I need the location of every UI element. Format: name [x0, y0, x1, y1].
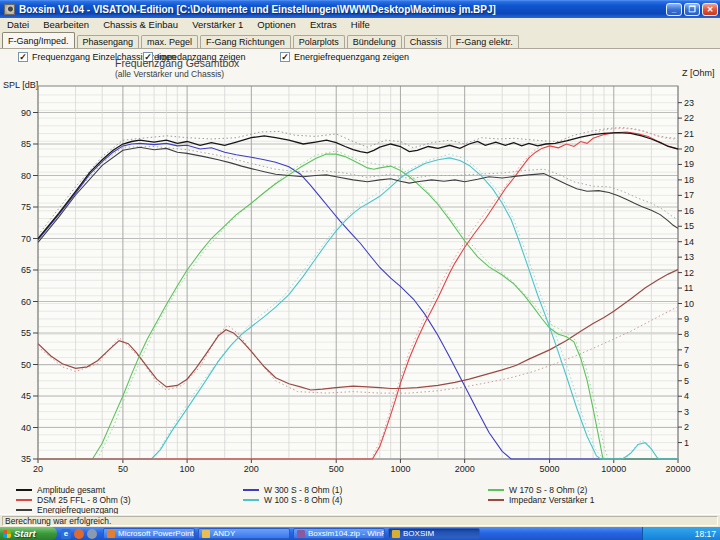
tab-bar: F-Gang/Imped.Phasengangmax. PegelF-Gang …: [0, 31, 720, 48]
legend-color-dash: [488, 489, 504, 491]
minimize-button[interactable]: _: [666, 3, 682, 16]
legend-color-dash: [16, 499, 32, 501]
windows-flag-icon: [3, 530, 11, 538]
svg-text:85: 85: [21, 139, 31, 149]
taskbar-button-boxsim[interactable]: BOXSIM: [388, 528, 480, 539]
boxsim-icon: [392, 530, 400, 538]
svg-text:200: 200: [244, 464, 259, 474]
show-desktop-icon[interactable]: [87, 529, 97, 539]
legend-item-dsm-25-ffl-8-ohm-3: DSM 25 FFL - 8 Ohm (3): [16, 495, 131, 504]
svg-text:80: 80: [21, 171, 31, 181]
legend-color-dash: [243, 499, 259, 501]
svg-text:70: 70: [21, 234, 31, 244]
start-button-label: Start: [14, 528, 36, 539]
legend-item-impedanz-verstärker-1: Impedanz Verstärker 1: [488, 495, 595, 504]
firefox-icon[interactable]: [74, 529, 84, 539]
svg-text:12: 12: [684, 268, 694, 278]
svg-text:65: 65: [21, 265, 31, 275]
tab-bündelung[interactable]: Bündelung: [347, 35, 402, 48]
svg-text:40: 40: [21, 423, 31, 433]
legend-label: Energiefrequenzgang: [37, 505, 118, 515]
svg-text:55: 55: [21, 328, 31, 338]
status-bar: Berechnung war erfolgreich.: [0, 514, 720, 527]
svg-text:3: 3: [684, 407, 689, 417]
taskbar: Start 18:17 eMicrosoft PowerPoint ...AND…: [0, 527, 720, 540]
menu-item-chassis-einbau[interactable]: Chassis & Einbau: [96, 19, 185, 30]
svg-text:13: 13: [684, 252, 694, 262]
svg-text:5000: 5000: [540, 464, 560, 474]
svg-text:11: 11: [684, 283, 693, 293]
svg-text:50: 50: [118, 464, 128, 474]
svg-text:4: 4: [684, 391, 689, 401]
close-button[interactable]: ✕: [702, 3, 718, 16]
legend-label: Impedanz Verstärker 1: [509, 495, 595, 505]
svg-text:5: 5: [684, 376, 689, 386]
legend-item-energiefrequenzgang: Energiefrequenzgang: [16, 505, 131, 514]
svg-text:10000: 10000: [601, 464, 626, 474]
svg-text:500: 500: [329, 464, 344, 474]
legend-item-amplitude-gesamt: Amplitude gesamt: [16, 485, 131, 494]
legend-label: W 300 S - 8 Ohm (1): [264, 485, 342, 495]
taskbar-button-label: Boxsim104.zip - WinR...: [308, 529, 385, 538]
svg-text:8: 8: [684, 329, 689, 339]
svg-text:10: 10: [684, 299, 694, 309]
svg-text:1: 1: [684, 438, 689, 448]
tab-max-pegel[interactable]: max. Pegel: [141, 35, 198, 48]
svg-text:7: 7: [684, 345, 689, 355]
legend-color-dash: [16, 509, 32, 511]
menu-item-verstärker-1[interactable]: Verstärker 1: [185, 19, 250, 30]
legend-label: W 170 S - 8 Ohm (2): [509, 485, 587, 495]
svg-text:50: 50: [21, 360, 31, 370]
svg-text:20: 20: [33, 464, 43, 474]
taskbar-button-label: Microsoft PowerPoint ...: [118, 529, 195, 538]
svg-text:90: 90: [21, 108, 31, 118]
menu-item-bearbeiten[interactable]: Bearbeiten: [36, 19, 96, 30]
legend-column-0: Amplitude gesamtDSM 25 FFL - 8 Ohm (3)En…: [16, 485, 131, 514]
svg-text:45: 45: [21, 391, 31, 401]
svg-text:22: 22: [684, 113, 694, 123]
folder-icon: [202, 530, 210, 538]
svg-text:2000: 2000: [455, 464, 475, 474]
taskbar-clock: 18:17: [695, 529, 716, 539]
legend-label: DSM 25 FFL - 8 Ohm (3): [37, 495, 131, 505]
svg-text:16: 16: [684, 206, 694, 216]
legend-color-dash: [243, 489, 259, 491]
menu-item-hilfe[interactable]: Hilfe: [344, 19, 377, 30]
legend-item-w-170-s-8-ohm-2: W 170 S - 8 Ohm (2): [488, 485, 595, 494]
taskbar-button-andy[interactable]: ANDY: [198, 528, 290, 539]
menu-item-extras[interactable]: Extras: [303, 19, 344, 30]
taskbar-button-label: BOXSIM: [403, 529, 434, 538]
winrar-icon: [297, 530, 305, 538]
svg-text:75: 75: [21, 202, 31, 212]
legend-column-1: W 300 S - 8 Ohm (1)W 100 S - 8 Ohm (4): [243, 485, 342, 504]
menu-item-datei[interactable]: Datei: [0, 19, 36, 30]
legend-item-w-300-s-8-ohm-1: W 300 S - 8 Ohm (1): [243, 485, 342, 494]
desktop: Boxsim V1.04 - VISATON-Edition [C:\Dokum…: [0, 0, 720, 540]
menu-item-optionen[interactable]: Optionen: [250, 19, 303, 30]
boxsim-app-icon: [4, 4, 15, 15]
svg-text:2: 2: [684, 422, 689, 432]
tab-f-gang-elektr[interactable]: F-Gang elektr.: [450, 35, 519, 48]
tab-polarplots[interactable]: Polarplots: [293, 35, 345, 48]
svg-text:21: 21: [684, 129, 694, 139]
internet-explorer-icon[interactable]: e: [61, 529, 71, 539]
start-button[interactable]: Start: [0, 527, 57, 540]
taskbar-button-boxsim104-zip-winr[interactable]: Boxsim104.zip - WinR...: [293, 528, 385, 539]
svg-text:17: 17: [684, 190, 694, 200]
svg-text:9: 9: [684, 314, 689, 324]
taskbar-button-microsoft-powerpoint[interactable]: Microsoft PowerPoint ...: [103, 528, 195, 539]
legend-column-2: W 170 S - 8 Ohm (2)Impedanz Verstärker 1: [488, 485, 595, 504]
svg-text:15: 15: [684, 221, 694, 231]
tab-f-gang-imped[interactable]: F-Gang/Imped.: [2, 32, 75, 48]
restore-button[interactable]: ❐: [684, 3, 700, 16]
main-panel: ✓Frequenzgang Einzelchassis zeigen✓Imped…: [0, 48, 720, 514]
svg-text:35: 35: [21, 454, 31, 464]
svg-text:1000: 1000: [390, 464, 410, 474]
svg-text:100: 100: [180, 464, 195, 474]
tab-f-gang-richtungen[interactable]: F-Gang Richtungen: [200, 35, 291, 48]
svg-text:18: 18: [684, 175, 694, 185]
tab-phasengang[interactable]: Phasengang: [77, 35, 140, 48]
legend-color-dash: [16, 489, 32, 491]
tab-chassis[interactable]: Chassis: [404, 35, 448, 48]
svg-text:23: 23: [684, 98, 694, 108]
